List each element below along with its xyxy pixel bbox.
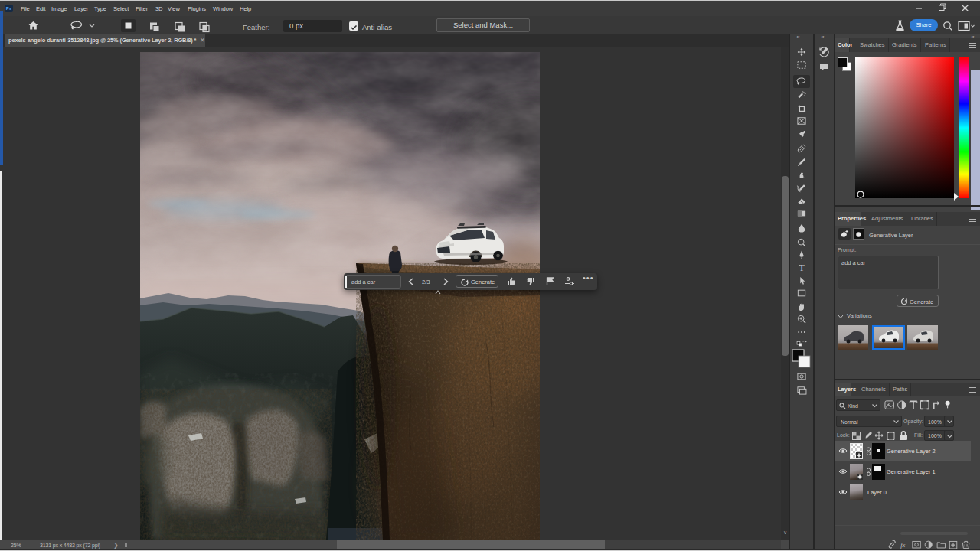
svg-text:T: T xyxy=(799,262,805,273)
svg-text:fx: fx xyxy=(900,541,905,549)
